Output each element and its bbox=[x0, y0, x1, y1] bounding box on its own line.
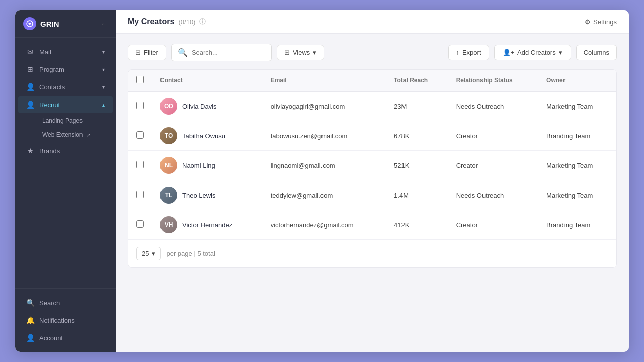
program-icon: ⊞ bbox=[26, 65, 34, 73]
table-row: OD Olivia Davis oliviayogagirl@gmail.com… bbox=[128, 92, 616, 121]
creators-table: Contact Email Total Reach Relationship S… bbox=[128, 69, 617, 268]
select-all-checkbox[interactable] bbox=[136, 76, 144, 83]
main-panel: My Creators (0/10) ⓘ ⚙ Settings ⊟ Filter… bbox=[116, 10, 629, 352]
settings-label: Settings bbox=[593, 18, 617, 26]
sidebar-item-notifications[interactable]: 🔔 Notifications bbox=[18, 312, 113, 329]
app-container: GRIN ← ✉ Mail ▾ ⊞ Program ▾ 👤 Contacts ▾ bbox=[15, 10, 629, 352]
toolbar: ⊟ Filter 🔍 ⊞ Views ▾ ↑ Export bbox=[128, 44, 617, 61]
per-page-select[interactable]: 25 ▾ bbox=[136, 247, 161, 260]
filter-button[interactable]: ⊟ Filter bbox=[128, 45, 166, 60]
table-row: TO Tabitha Owusu tabowusu.zen@gmail.com … bbox=[128, 121, 616, 151]
row-checkbox[interactable] bbox=[136, 161, 144, 168]
recruit-icon: 👤 bbox=[26, 101, 34, 109]
reach-cell: 412K bbox=[386, 210, 448, 240]
reach-cell: 23M bbox=[386, 92, 448, 121]
reach-cell: 678K bbox=[386, 121, 448, 151]
info-icon[interactable]: ⓘ bbox=[199, 17, 206, 26]
sidebar-item-label: Program bbox=[39, 66, 64, 73]
export-icon: ↑ bbox=[456, 49, 459, 56]
contact-cell: OD Olivia Davis bbox=[152, 92, 263, 121]
sidebar-collapse-button[interactable]: ← bbox=[101, 20, 108, 28]
email-value: lingnaomi@gmail.com bbox=[271, 162, 335, 169]
row-checkbox-cell[interactable] bbox=[128, 151, 152, 180]
row-checkbox-cell[interactable] bbox=[128, 121, 152, 151]
chevron-down-icon: ▾ bbox=[313, 49, 316, 56]
status-cell: Creator bbox=[448, 121, 538, 151]
web-extension-label: Web Extension bbox=[42, 131, 83, 138]
sidebar-item-recruit[interactable]: 👤 Recruit ▴ bbox=[18, 96, 113, 113]
status-value: Creator bbox=[456, 132, 478, 140]
contact-name: Olivia Davis bbox=[182, 103, 217, 110]
email-cell: teddylew@gmail.com bbox=[263, 180, 386, 210]
sidebar-item-contacts[interactable]: 👤 Contacts ▾ bbox=[18, 78, 113, 96]
status-value: Needs Outreach bbox=[456, 103, 504, 110]
mail-icon: ✉ bbox=[26, 48, 34, 56]
views-button[interactable]: ⊞ Views ▾ bbox=[277, 45, 324, 60]
row-checkbox[interactable] bbox=[136, 191, 144, 198]
page-count: (0/10) bbox=[178, 18, 195, 26]
pagination-info: per page | 5 total bbox=[166, 250, 215, 257]
email-cell: tabowusu.zen@gmail.com bbox=[263, 121, 386, 151]
col-contact: Contact bbox=[152, 70, 263, 92]
notifications-label: Notifications bbox=[39, 317, 75, 324]
sidebar-item-mail[interactable]: ✉ Mail ▾ bbox=[18, 43, 113, 60]
sidebar-item-program[interactable]: ⊞ Program ▾ bbox=[18, 61, 113, 78]
col-relationship-status: Relationship Status bbox=[448, 70, 538, 92]
chevron-down-icon: ▾ bbox=[102, 84, 105, 90]
owner-cell: Branding Team bbox=[538, 210, 616, 240]
row-checkbox[interactable] bbox=[136, 102, 144, 109]
owner-cell: Branding Team bbox=[538, 121, 616, 151]
reach-cell: 521K bbox=[386, 151, 448, 180]
sidebar-item-landing-pages[interactable]: Landing Pages bbox=[37, 114, 116, 128]
sidebar-item-search[interactable]: 🔍 Search bbox=[18, 294, 113, 311]
sidebar-item-label: Brands bbox=[39, 147, 60, 155]
search-box[interactable]: 🔍 bbox=[171, 44, 272, 61]
chevron-down-icon: ▾ bbox=[102, 67, 105, 72]
search-input[interactable] bbox=[192, 49, 265, 56]
reach-value: 23M bbox=[394, 103, 407, 110]
external-link-icon: ↗ bbox=[86, 132, 90, 138]
add-icon: 👤+ bbox=[503, 49, 515, 56]
sidebar-item-brands[interactable]: ★ Brands bbox=[18, 142, 113, 159]
chevron-up-icon: ▴ bbox=[102, 102, 105, 108]
add-creators-label: Add Creators bbox=[517, 49, 556, 56]
columns-label: Columns bbox=[584, 49, 609, 56]
sidebar-logo: GRIN ← bbox=[15, 10, 116, 38]
filter-icon: ⊟ bbox=[135, 49, 141, 56]
col-total-reach: Total Reach bbox=[386, 70, 448, 92]
export-label: Export bbox=[462, 49, 481, 56]
col-email: Email bbox=[263, 70, 386, 92]
owner-value: Marketing Team bbox=[546, 103, 593, 110]
search-icon: 🔍 bbox=[178, 48, 188, 57]
row-checkbox[interactable] bbox=[136, 131, 144, 139]
page-title: My Creators bbox=[128, 17, 174, 26]
sidebar-item-account[interactable]: 👤 Account bbox=[18, 329, 113, 346]
reach-cell: 1.4M bbox=[386, 180, 448, 210]
avatar: VH bbox=[160, 216, 177, 233]
status-value: Creator bbox=[456, 221, 478, 229]
table-body: OD Olivia Davis oliviayogagirl@gmail.com… bbox=[128, 92, 616, 240]
email-cell: oliviayogagirl@gmail.com bbox=[263, 92, 386, 121]
row-checkbox-cell[interactable] bbox=[128, 210, 152, 240]
gear-icon: ⚙ bbox=[585, 18, 591, 26]
reach-value: 678K bbox=[394, 132, 409, 140]
contact-name: Naomi Ling bbox=[182, 162, 215, 169]
row-checkbox-cell[interactable] bbox=[128, 92, 152, 121]
status-cell: Creator bbox=[448, 151, 538, 180]
row-checkbox[interactable] bbox=[136, 220, 144, 228]
export-button[interactable]: ↑ Export bbox=[448, 45, 489, 60]
contact-name: Theo Lewis bbox=[182, 192, 215, 199]
email-value: teddylew@gmail.com bbox=[271, 192, 333, 199]
filter-label: Filter bbox=[144, 49, 158, 56]
owner-cell: Marketing Team bbox=[538, 92, 616, 121]
sidebar-item-web-extension[interactable]: Web Extension ↗ bbox=[37, 128, 116, 142]
select-all-cell[interactable] bbox=[128, 70, 152, 92]
status-cell: Needs Outreach bbox=[448, 92, 538, 121]
search-label: Search bbox=[39, 299, 60, 307]
add-creators-button[interactable]: 👤+ Add Creators ▾ bbox=[494, 45, 571, 60]
columns-button[interactable]: Columns bbox=[576, 45, 617, 60]
table-row: VH Victor Hernandez victorhernandez@gmai… bbox=[128, 210, 616, 240]
row-checkbox-cell[interactable] bbox=[128, 180, 152, 210]
sidebar: GRIN ← ✉ Mail ▾ ⊞ Program ▾ 👤 Contacts ▾ bbox=[15, 10, 116, 352]
settings-button[interactable]: ⚙ Settings bbox=[585, 18, 617, 26]
